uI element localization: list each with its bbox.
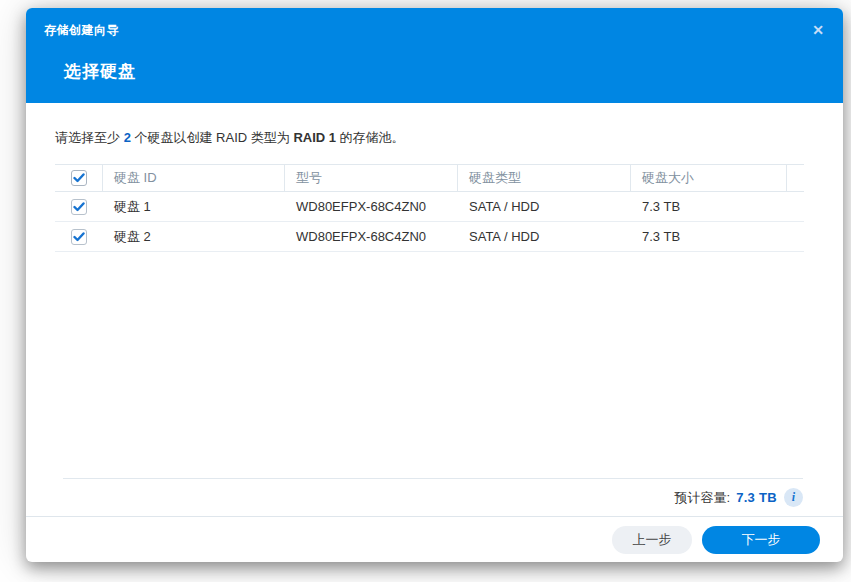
min-disk-count: 2 <box>124 130 131 145</box>
instruction-middle: 个硬盘以创建 RAID 类型为 <box>131 130 294 145</box>
column-header-filler <box>787 165 804 191</box>
row-checkbox-cell <box>55 192 103 221</box>
row-checkbox-cell <box>55 222 103 251</box>
dialog-footer: 上一步 下一步 <box>26 516 843 562</box>
disk-model-cell: WD80EFPX-68C4ZN0 <box>285 192 458 221</box>
disk-type-cell: SATA / HDD <box>458 222 631 251</box>
disk-table-header: 硬盘 ID 型号 硬盘类型 硬盘大小 <box>55 164 804 192</box>
raid-type: RAID 1 <box>293 130 336 145</box>
next-button[interactable]: 下一步 <box>702 526 820 554</box>
capacity-value: 7.3 TB <box>736 490 777 505</box>
table-row[interactable]: 硬盘 1 WD80EFPX-68C4ZN0 SATA / HDD 7.3 TB <box>55 192 804 222</box>
dialog-header: 存储创建向导 选择硬盘 ✕ <box>26 8 843 103</box>
capacity-bar: 预计容量: 7.3 TB i <box>63 478 803 516</box>
disk-id-cell: 硬盘 2 <box>103 222 285 251</box>
column-header-model: 型号 <box>285 165 458 191</box>
header-checkbox-cell <box>55 165 103 191</box>
info-icon[interactable]: i <box>784 488 803 507</box>
table-row[interactable]: 硬盘 2 WD80EFPX-68C4ZN0 SATA / HDD 7.3 TB <box>55 222 804 252</box>
storage-creation-wizard-dialog: 存储创建向导 选择硬盘 ✕ 请选择至少 2 个硬盘以创建 RAID 类型为 RA… <box>26 8 843 562</box>
dialog-title: 存储创建向导 <box>44 22 119 39</box>
column-header-disk-size: 硬盘大小 <box>631 165 787 191</box>
close-icon[interactable]: ✕ <box>812 23 824 37</box>
disk-size-cell: 7.3 TB <box>631 192 787 221</box>
capacity-label: 预计容量: <box>675 489 731 507</box>
disk-type-cell: SATA / HDD <box>458 192 631 221</box>
row-filler <box>787 222 804 251</box>
back-button[interactable]: 上一步 <box>612 526 692 554</box>
disk-table: 硬盘 ID 型号 硬盘类型 硬盘大小 硬盘 1 WD80EFPX-68C4ZN0 <box>55 164 804 252</box>
disk-model-cell: WD80EFPX-68C4ZN0 <box>285 222 458 251</box>
disk-size-cell: 7.3 TB <box>631 222 787 251</box>
step-title: 选择硬盘 <box>64 60 136 83</box>
column-header-disk-type: 硬盘类型 <box>458 165 631 191</box>
instruction-suffix: 的存储池。 <box>336 130 405 145</box>
instruction-text: 请选择至少 2 个硬盘以创建 RAID 类型为 RAID 1 的存储池。 <box>55 129 814 147</box>
instruction-prefix: 请选择至少 <box>55 130 124 145</box>
dialog-body: 请选择至少 2 个硬盘以创建 RAID 类型为 RAID 1 的存储池。 硬盘 … <box>26 103 843 478</box>
select-all-checkbox[interactable] <box>71 170 87 186</box>
screen-background: 存储创建向导 选择硬盘 ✕ 请选择至少 2 个硬盘以创建 RAID 类型为 RA… <box>0 0 851 582</box>
disk-2-checkbox[interactable] <box>71 229 87 245</box>
column-header-disk-id: 硬盘 ID <box>103 165 285 191</box>
disk-1-checkbox[interactable] <box>71 199 87 215</box>
row-filler <box>787 192 804 221</box>
disk-id-cell: 硬盘 1 <box>103 192 285 221</box>
